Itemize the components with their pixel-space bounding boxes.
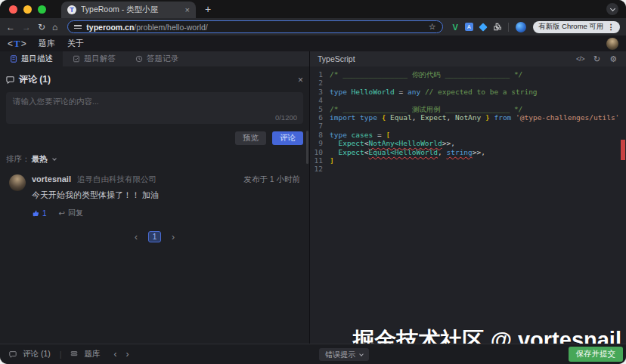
answer-icon (73, 55, 80, 63)
close-window-button[interactable] (9, 5, 17, 14)
commenter-org: 追寻自由科技有限公司 (77, 174, 156, 185)
vue-devtools-icon[interactable]: V (453, 23, 458, 32)
chevron-down-icon (609, 5, 615, 11)
sort-dropdown[interactable]: 最热 (32, 154, 48, 165)
error-hint-button[interactable]: 错误提示 (319, 348, 369, 361)
like-count: 1 (42, 209, 47, 217)
editor-language-label: TypeScript (318, 54, 355, 63)
main-content: 题目描述 题目解答 答题记录 评论 (1) × (0, 51, 626, 344)
browser-tab[interactable]: T TypeRoom - 类型小屋 × (61, 2, 196, 18)
url-host: typeroom.cn (86, 23, 134, 32)
home-button[interactable]: ⌂ (52, 23, 57, 32)
url-text[interactable]: typeroom.cn/problem/hello-world/ (86, 23, 423, 32)
editor-toolbar-icons: </> ↻ ⚙ (576, 54, 617, 64)
logo-bracket-right: > (21, 39, 26, 49)
close-comments-icon[interactable]: × (298, 76, 303, 85)
tab-problem-answer[interactable]: 题目解答 (63, 51, 126, 66)
minimize-window-button[interactable] (23, 5, 32, 14)
reply-button[interactable]: ↩ 回复 (59, 208, 83, 218)
browser-toolbar: ← → ↻ ⌂ typeroom.cn/problem/hello-world/… (0, 18, 626, 35)
panel-scrollbar[interactable] (306, 131, 308, 164)
chrome-update-label: 有新版 Chrome 可用 (538, 22, 604, 32)
submit-comment-button[interactable]: 评论 (272, 131, 303, 145)
comment-input-wrap: 0/1200 (6, 92, 303, 124)
extensions-puzzle-icon[interactable] (493, 23, 501, 31)
document-icon (10, 55, 17, 63)
reset-code-icon[interactable]: ↻ (593, 54, 600, 64)
maximize-window-button[interactable] (38, 5, 46, 14)
browser-window: T TypeRoom - 类型小屋 × + ← → ↻ ⌂ typeroom.c… (0, 0, 626, 364)
comment-item: vortesnail 追寻自由科技有限公司 发布于 1 小时前 今天开始我的类型… (6, 174, 303, 218)
comment-meta: vortesnail 追寻自由科技有限公司 发布于 1 小时前 (32, 174, 300, 185)
reply-arrow-icon: ↩ (59, 209, 65, 217)
reload-button[interactable]: ↻ (38, 23, 45, 32)
comment-actions: 预览 评论 (6, 131, 303, 145)
tab-answer-records[interactable]: 答题记录 (126, 51, 188, 66)
tab-search-button[interactable] (606, 3, 618, 15)
address-bar[interactable]: typeroom.cn/problem/hello-world/ ☆ (67, 20, 442, 33)
editor-settings-icon[interactable]: ⚙ (609, 54, 617, 64)
panel-tabs: 题目描述 题目解答 答题记录 (0, 51, 309, 66)
bookmark-star-icon[interactable]: ☆ (429, 22, 436, 32)
preview-button[interactable]: 预览 (235, 131, 266, 145)
commenter-avatar[interactable] (9, 174, 26, 191)
site-logo[interactable]: <T> (8, 38, 26, 50)
char-counter: 0/1200 (275, 113, 297, 122)
gem-extension-icon[interactable] (479, 23, 487, 31)
nav-link-problem-bank[interactable]: 题库 (39, 38, 55, 49)
window-controls (0, 5, 54, 18)
titlebar: T TypeRoom - 类型小屋 × + (0, 0, 626, 18)
tab-close-icon[interactable]: × (185, 6, 190, 14)
comment-bubble-icon (6, 76, 14, 84)
like-button[interactable]: 1 (32, 209, 47, 217)
next-problem-icon[interactable]: › (126, 349, 129, 359)
tab-title: TypeRoom - 类型小屋 (81, 5, 181, 15)
code-editor[interactable]: 1/* _______________ 你的代码 _______________… (310, 66, 626, 344)
format-code-icon[interactable]: </> (576, 55, 584, 63)
sort-row: 排序： 最热 (6, 154, 303, 165)
commenter-name[interactable]: vortesnail (32, 174, 71, 184)
editor-panel: TypeScript </> ↻ ⚙ 1/* _______________ 你… (310, 51, 626, 344)
save-submit-button[interactable]: 保存并提交 (569, 347, 624, 362)
statusbar-divider: | (60, 350, 62, 359)
site-settings-icon[interactable] (74, 23, 82, 29)
logo-bracket-left: < (8, 39, 13, 49)
error-marker (621, 140, 625, 160)
comment-input[interactable] (6, 92, 303, 124)
nav-link-about[interactable]: 关于 (67, 38, 84, 49)
statusbar-comments-button[interactable]: 评论 (1) (23, 349, 51, 359)
tab-problem-description[interactable]: 题目描述 (0, 51, 63, 66)
translate-icon[interactable]: A (465, 23, 473, 31)
new-tab-button[interactable]: + (205, 3, 211, 15)
comment-bubble-icon (9, 350, 17, 358)
tab-label: 答题记录 (147, 54, 178, 64)
prev-problem-icon[interactable]: ‹ (113, 349, 116, 359)
list-icon (70, 350, 78, 358)
editor-header: TypeScript </> ↻ ⚙ (310, 51, 626, 66)
next-page-icon[interactable]: › (172, 232, 175, 242)
tab-label: 题目解答 (84, 54, 116, 64)
statusbar-bank-button[interactable]: 题库 (84, 349, 100, 359)
tab-favicon-icon: T (67, 5, 76, 14)
user-avatar[interactable] (606, 38, 618, 50)
thumbs-up-icon (32, 209, 39, 217)
logo-letter: T (14, 38, 20, 50)
page-number[interactable]: 1 (148, 231, 161, 242)
status-bar: 评论 (1) | 题库 ‹ › 错误提示 保存并提交 (0, 344, 626, 364)
comments-header: 评论 (1) × (6, 73, 303, 86)
comment-time: 发布于 1 小时前 (243, 174, 300, 185)
chevron-down-icon (52, 156, 57, 161)
problem-nav-arrows: ‹ › (113, 349, 129, 359)
sort-label: 排序： (6, 154, 30, 165)
extensions-area: V A 有新版 Chrome 可用 ⋮ (453, 21, 620, 33)
chrome-update-button[interactable]: 有新版 Chrome 可用 ⋮ (533, 21, 620, 33)
back-button[interactable]: ← (6, 23, 15, 32)
prev-page-icon[interactable]: ‹ (135, 232, 138, 242)
code-lines: 1/* _______________ 你的代码 _______________… (310, 70, 626, 174)
browser-profile-avatar[interactable] (516, 22, 526, 32)
tab-label: 题目描述 (21, 54, 53, 64)
url-path: /problem/hello-world/ (134, 23, 207, 32)
forward-button[interactable]: → (22, 23, 31, 32)
browser-menu-icon[interactable]: ⋮ (608, 23, 615, 31)
statusbar-left: 评论 (1) | 题库 ‹ › (9, 349, 129, 359)
